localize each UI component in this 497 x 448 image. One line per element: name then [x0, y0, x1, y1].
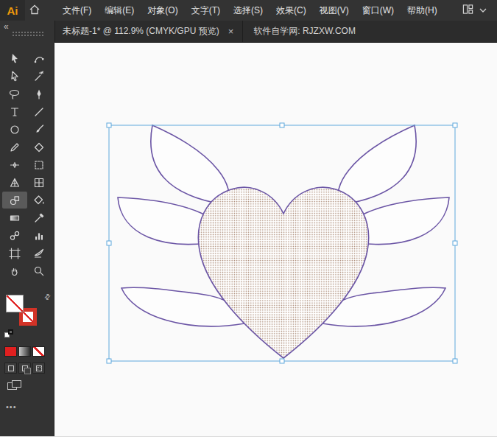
tools-panel: ⇄ ••• [0, 43, 54, 436]
menu-type[interactable]: 文字(T) [185, 0, 227, 21]
swap-fill-stroke-icon[interactable]: ⇄ [42, 292, 52, 302]
artboard-canvas[interactable] [54, 43, 497, 436]
selection-tool[interactable] [2, 50, 27, 67]
menu-object[interactable]: 对象(O) [141, 0, 184, 21]
fill-color-swatch[interactable] [6, 295, 24, 312]
shape-builder-tool[interactable] [2, 192, 27, 209]
workspace-switcher-button[interactable] [462, 4, 473, 17]
handle-bottom-center [280, 359, 284, 363]
screen-mode-button[interactable] [7, 380, 22, 392]
menu-file[interactable]: 文件(F) [56, 0, 98, 21]
direct-selection-tool[interactable] [2, 68, 27, 85]
handle-bottom-right [453, 359, 457, 363]
draw-inside-button[interactable] [32, 363, 45, 374]
color-button[interactable] [4, 346, 17, 357]
lasso-tool[interactable] [2, 85, 27, 102]
mesh-tool[interactable] [27, 174, 52, 191]
magic-wand-tool[interactable] [27, 68, 52, 85]
collapse-toolbar-button[interactable]: « [4, 21, 9, 32]
drawing-mode-buttons [4, 363, 45, 374]
menu-help[interactable]: 帮助(H) [401, 0, 444, 21]
menu-bar: Ai 文件(F) 编辑(E) 对象(O) 文字(T) 选择(S) 效果(C) 视… [0, 0, 497, 21]
zoom-tool[interactable] [27, 262, 52, 279]
live-paint-bucket-tool[interactable] [27, 192, 52, 209]
status-bar [0, 436, 497, 448]
site-watermark-label: 软件自学网: RJZXW.COM [243, 21, 366, 42]
toolbar-panel-header: « [0, 21, 54, 43]
menu-effect[interactable]: 效果(C) [269, 0, 313, 21]
handle-bottom-left [107, 359, 111, 363]
menu-items: 文件(F) 编辑(E) 对象(O) 文字(T) 选择(S) 效果(C) 视图(V… [56, 0, 444, 21]
tool-grid [0, 43, 54, 279]
handle-top-left [107, 123, 111, 127]
blend-tool[interactable] [2, 227, 27, 244]
toolbar-grip-handle[interactable] [12, 31, 44, 37]
home-icon [29, 4, 40, 18]
line-segment-tool[interactable] [27, 103, 52, 120]
free-transform-tool[interactable] [27, 156, 52, 173]
width-tool[interactable] [2, 156, 27, 173]
hand-tool[interactable] [2, 262, 27, 279]
menu-view[interactable]: 视图(V) [313, 0, 356, 21]
type-tool[interactable] [2, 103, 27, 120]
none-button[interactable] [32, 346, 45, 357]
edit-toolbar-button[interactable]: ••• [6, 402, 17, 411]
document-tab-title: 未标题-1* @ 112.9% (CMYK/GPU 预览) [63, 25, 219, 38]
heart-shape[interactable] [198, 187, 368, 358]
handle-mid-right [453, 241, 457, 245]
paint-style-buttons [4, 346, 45, 357]
handle-top-right [453, 123, 457, 127]
eyedropper-tool[interactable] [27, 209, 52, 226]
home-button[interactable] [25, 0, 44, 21]
gradient-button[interactable] [18, 346, 31, 357]
shaper-tool[interactable] [27, 139, 52, 155]
menu-select[interactable]: 选择(S) [227, 0, 269, 21]
menu-edit[interactable]: 编辑(E) [98, 0, 141, 21]
illustrator-logo[interactable]: Ai [0, 0, 25, 21]
draw-behind-button[interactable] [18, 363, 31, 374]
fill-stroke-controls: ⇄ [4, 295, 50, 336]
document-tab[interactable]: 未标题-1* @ 112.9% (CMYK/GPU 预览) × [54, 21, 243, 42]
artboard-tool[interactable] [2, 245, 27, 262]
pen-tool[interactable] [27, 85, 52, 102]
pencil-tool[interactable] [2, 139, 27, 155]
perspective-grid-tool[interactable] [2, 174, 27, 191]
winged-heart-artwork[interactable] [54, 43, 497, 436]
graph-tool[interactable] [27, 227, 52, 244]
menu-window[interactable]: 窗口(W) [356, 0, 401, 21]
curvature-tool[interactable] [27, 50, 52, 67]
paintbrush-tool[interactable] [27, 121, 52, 138]
tab-strip: « 未标题-1* @ 112.9% (CMYK/GPU 预览) × 软件自学网:… [0, 21, 497, 43]
draw-normal-button[interactable] [4, 363, 17, 374]
handle-top-center [280, 123, 284, 127]
ellipse-tool[interactable] [2, 121, 27, 138]
slice-tool[interactable] [27, 245, 52, 262]
handle-mid-left [107, 241, 111, 245]
default-fill-stroke-icon[interactable] [4, 329, 15, 339]
chevron-down-icon[interactable] [479, 5, 487, 15]
gradient-tool[interactable] [2, 209, 27, 226]
close-tab-icon[interactable]: × [227, 26, 236, 37]
